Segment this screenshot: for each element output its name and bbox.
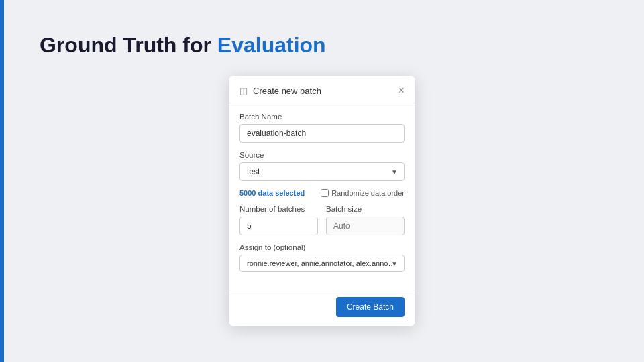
randomize-label[interactable]: Randomize data order	[321, 189, 405, 197]
modal-header: ◫ Create new batch ×	[229, 76, 415, 103]
source-select-wrapper: test train validation ▼	[239, 162, 405, 181]
assign-to-group: Assign to (optional) ronnie.reviewer, an…	[239, 243, 405, 272]
batch-name-label: Batch Name	[239, 113, 405, 121]
modal-header-left: ◫ Create new batch	[239, 86, 321, 96]
create-batch-button[interactable]: Create Batch	[336, 297, 405, 317]
modal-title: Create new batch	[253, 86, 321, 96]
batches-row: Number of batches Batch size	[239, 205, 405, 235]
create-batch-modal: ◫ Create new batch × Batch Name Source t…	[229, 76, 415, 326]
source-info: 5000 data selected Randomize data order	[239, 189, 405, 197]
close-button[interactable]: ×	[398, 85, 405, 96]
data-count-number: 5000	[239, 189, 256, 197]
assign-to-select[interactable]: ronnie.reviewer, annie.annotator, alex.a…	[239, 255, 405, 272]
data-count-suffix: data selected	[256, 189, 305, 197]
batch-name-input[interactable]	[239, 124, 405, 143]
modal-footer: Create Batch	[229, 290, 415, 326]
randomize-label-text: Randomize data order	[331, 189, 405, 197]
modal-overlay: ◫ Create new batch × Batch Name Source t…	[0, 0, 644, 362]
num-batches-label: Number of batches	[239, 205, 318, 213]
batch-size-input[interactable]	[326, 217, 405, 235]
modal-body: Batch Name Source test train validation …	[229, 103, 415, 290]
num-batches-input[interactable]	[239, 217, 318, 235]
randomize-checkbox[interactable]	[321, 189, 329, 197]
source-select[interactable]: test train validation	[239, 162, 405, 181]
assign-select-wrapper: ronnie.reviewer, annie.annotator, alex.a…	[239, 255, 405, 272]
num-batches-group: Number of batches	[239, 205, 318, 235]
batch-icon: ◫	[239, 86, 248, 96]
batch-size-label: Batch size	[326, 205, 405, 213]
data-count: 5000 data selected	[239, 189, 305, 197]
batch-size-group: Batch size	[326, 205, 405, 235]
batch-name-group: Batch Name	[239, 113, 405, 143]
source-label: Source	[239, 151, 405, 159]
assign-to-label: Assign to (optional)	[239, 243, 405, 251]
source-group: Source test train validation ▼	[239, 151, 405, 181]
